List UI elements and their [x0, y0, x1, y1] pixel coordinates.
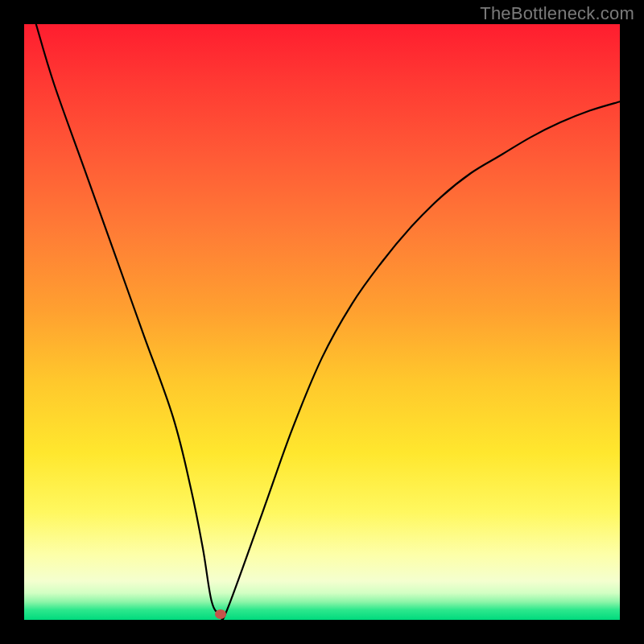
- optimum-marker: [215, 609, 226, 619]
- chart-frame: TheBottleneck.com: [0, 0, 644, 644]
- plot-area: [24, 24, 620, 620]
- bottleneck-curve: [24, 24, 620, 620]
- watermark-text: TheBottleneck.com: [480, 3, 634, 24]
